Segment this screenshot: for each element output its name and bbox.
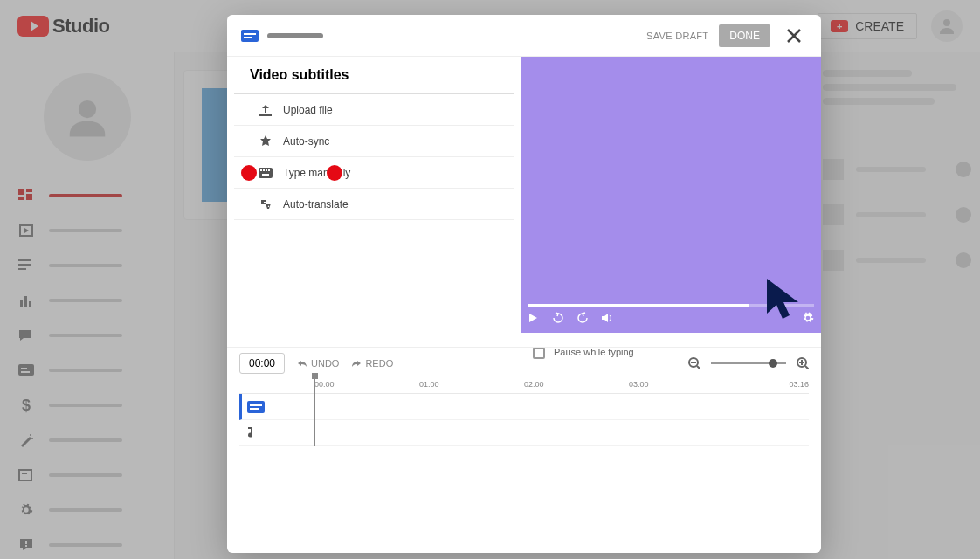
svg-marker-34: [767, 279, 798, 319]
zoom-in-icon[interactable]: [797, 357, 809, 369]
subtitle-methods-panel: Video subtitles Upload file Auto-sync Ty…: [227, 57, 521, 333]
rewind-icon[interactable]: [552, 312, 564, 324]
subtitle-track[interactable]: [239, 394, 809, 420]
volume-icon[interactable]: [601, 312, 613, 324]
music-note-icon: [245, 427, 260, 438]
svg-rect-27: [260, 169, 262, 171]
svg-line-36: [697, 366, 700, 369]
subtitle-track-icon: [247, 401, 263, 412]
time-ruler[interactable]: 00:00 01:00 02:00 03:00 03:16: [239, 376, 809, 394]
subtitles-editor-modal: SAVE DRAFT DONE Video subtitles Upload f…: [227, 15, 821, 553]
highlight-dot-left: [241, 165, 257, 181]
svg-marker-32: [529, 314, 537, 322]
zoom-out-icon[interactable]: [688, 357, 700, 369]
video-preview[interactable]: [521, 57, 821, 333]
play-icon[interactable]: [528, 312, 540, 324]
save-draft-button[interactable]: SAVE DRAFT: [646, 31, 708, 41]
redo-button[interactable]: REDO: [351, 358, 393, 369]
timeline-toolbar: 00:00 UNDO REDO: [227, 347, 821, 374]
modal-header: SAVE DRAFT DONE: [227, 15, 821, 57]
draft-title-placeholder: [267, 33, 323, 38]
playhead[interactable]: [314, 376, 315, 446]
close-button[interactable]: [781, 24, 807, 47]
svg-rect-30: [268, 169, 270, 171]
svg-rect-29: [266, 169, 267, 171]
undo-button[interactable]: UNDO: [297, 358, 339, 369]
forward-icon[interactable]: [576, 312, 589, 324]
highlight-dot-right: [327, 165, 342, 181]
timecode-input[interactable]: 00:00: [239, 353, 285, 374]
cc-icon: [241, 30, 259, 42]
svg-rect-25: [259, 114, 272, 116]
panel-title: Video subtitles: [234, 67, 514, 94]
translate-icon: [259, 198, 273, 210]
cursor-icon: [763, 277, 805, 322]
method-auto-translate[interactable]: Auto-translate: [234, 189, 514, 220]
svg-rect-28: [263, 169, 265, 171]
svg-rect-26: [259, 168, 273, 178]
upload-icon: [259, 104, 273, 116]
autosync-icon: [259, 135, 273, 148]
svg-rect-31: [262, 174, 269, 176]
method-auto-sync[interactable]: Auto-sync: [234, 126, 514, 157]
progress-fill: [528, 304, 749, 307]
keyboard-icon: [259, 168, 273, 178]
method-type-manually[interactable]: Type manually: [234, 157, 514, 189]
audio-track[interactable]: [239, 420, 809, 446]
method-upload-file[interactable]: Upload file: [234, 94, 514, 126]
done-button[interactable]: DONE: [719, 24, 770, 47]
zoom-slider[interactable]: [711, 362, 786, 364]
svg-marker-33: [602, 314, 608, 322]
svg-line-39: [805, 366, 809, 369]
